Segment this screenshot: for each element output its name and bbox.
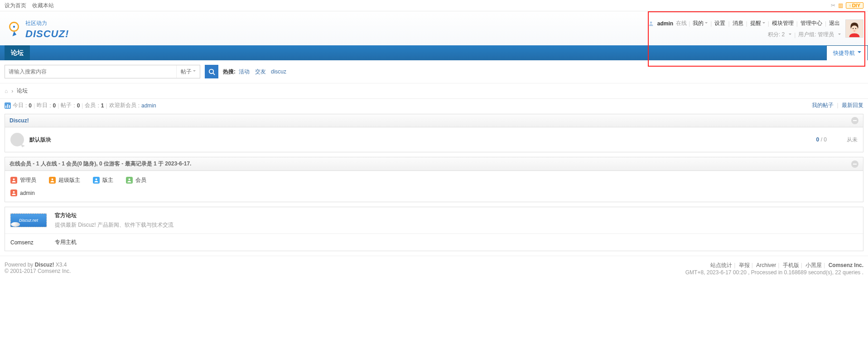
user-panel: admin 在线 | 我的 | 设置 | 消息 | 提醒 | 模块管理 | 管理… xyxy=(648,19,841,39)
svg-point-8 xyxy=(13,178,14,180)
official-forum-link[interactable]: 官方论坛 xyxy=(55,212,77,219)
topbar: 设为首页 收藏本站 ✂ ▥ DIY xyxy=(0,0,868,11)
category-header: Discuz! xyxy=(5,114,863,127)
svg-point-1 xyxy=(13,25,15,27)
online-header: 在线会员 - 1 人在线 - 1 会员(0 隐身), 0 位游客 - 最高记录是… xyxy=(5,157,863,171)
online-user[interactable]: admin xyxy=(10,189,858,196)
person-icon xyxy=(127,178,132,183)
forum-icon xyxy=(10,133,24,146)
official-banner[interactable]: Discuz.net xyxy=(10,214,47,227)
hot-link-3[interactable]: discuz xyxy=(271,68,286,75)
forum-row: 默认版块 0 / 0 从未 xyxy=(5,127,863,152)
user-status: 在线 xyxy=(676,19,687,27)
admin-cp-link[interactable]: 管理中心 xyxy=(800,19,823,27)
points-dropdown[interactable] xyxy=(787,32,791,38)
legend-member: 会员 xyxy=(126,176,146,184)
favorite-link[interactable]: 收藏本站 xyxy=(32,2,54,9)
latest-reply-link[interactable]: 最新回复 xyxy=(842,102,863,108)
diy-button[interactable]: DIY xyxy=(846,2,863,9)
site-stats-link[interactable]: 站点统计 xyxy=(710,262,732,268)
messages-link[interactable]: 消息 xyxy=(732,19,744,27)
dark-room-link[interactable]: 小黑屋 xyxy=(805,262,822,268)
nav-bar: 论坛 快捷导航 xyxy=(0,45,868,60)
links-board: Discuz.net 官方论坛 提供最新 Discuz! 产品新闻、软件下载与技… xyxy=(5,207,863,251)
person-icon xyxy=(11,190,16,195)
stats-row: 今日: 0 | 昨日: 0 | 帖子: 0 | 会员: 1 | 欢迎新会员: a… xyxy=(0,99,868,112)
archiver-link[interactable]: Archiver xyxy=(756,262,776,268)
chart-icon[interactable] xyxy=(5,102,11,109)
host-link[interactable]: 专用主机 xyxy=(55,239,77,245)
quick-nav-button[interactable]: 快捷导航 xyxy=(826,45,868,60)
legend-mod: 版主 xyxy=(93,176,113,184)
home-icon[interactable]: ⌂ xyxy=(5,88,8,94)
report-link[interactable]: 举报 xyxy=(739,262,750,268)
company-link[interactable]: Comsenz Inc. xyxy=(829,262,863,268)
svg-point-5 xyxy=(853,28,854,29)
server-time: GMT+8, 2023-6-17 00:20 , Processed in 0.… xyxy=(685,269,863,276)
copyright: © 2001-2017 Comsenz Inc. xyxy=(5,268,71,274)
forum-name-link[interactable]: 默认版块 xyxy=(29,136,811,144)
collapse-button[interactable] xyxy=(851,117,858,124)
person-icon xyxy=(94,178,99,183)
my-posts-link[interactable]: 我的帖子 xyxy=(812,102,834,108)
search-icon xyxy=(208,68,215,75)
crumb-forum[interactable]: 论坛 xyxy=(17,87,28,95)
online-legend: 管理员 超级版主 版主 会员 xyxy=(5,171,863,189)
link-row-comsenz: Comsenz 专用主机 xyxy=(5,233,863,251)
search-button[interactable] xyxy=(205,65,218,78)
discuz-link[interactable]: Discuz! xyxy=(35,262,54,268)
svg-point-2 xyxy=(650,21,652,24)
logo[interactable]: 社区动力 DISCUZ! xyxy=(5,19,69,40)
footer: Powered by Discuz! X3.4 © 2001-2017 Coms… xyxy=(0,256,868,281)
user-icon xyxy=(648,21,654,26)
settings-link[interactable]: 设置 xyxy=(714,19,726,27)
avatar[interactable] xyxy=(845,19,863,38)
notify-menu[interactable]: 提醒 xyxy=(749,19,766,27)
legend-admin: 管理员 xyxy=(10,176,36,184)
svg-point-10 xyxy=(95,178,97,180)
card-icon[interactable]: ▥ xyxy=(838,2,843,9)
search-row: 帖子 热搜: 活动 交友 discuz xyxy=(0,60,868,83)
welcome-user-link[interactable]: admin xyxy=(141,102,156,109)
hot-link-2[interactable]: 交友 xyxy=(255,68,266,75)
module-mgmt-link[interactable]: 模块管理 xyxy=(771,19,795,27)
link-row-official: Discuz.net 官方论坛 提供最新 Discuz! 产品新闻、软件下载与技… xyxy=(5,207,863,233)
official-desc: 提供最新 Discuz! 产品新闻、软件下载与技术交流 xyxy=(55,221,174,229)
svg-point-12 xyxy=(13,191,14,193)
comsenz-link[interactable]: Comsenz xyxy=(10,239,34,246)
svg-point-7 xyxy=(209,69,213,73)
set-home-link[interactable]: 设为首页 xyxy=(5,2,26,9)
online-board: 在线会员 - 1 人在线 - 1 会员(0 隐身), 0 位游客 - 最高记录是… xyxy=(5,157,863,202)
online-list: admin xyxy=(5,189,863,202)
header: 社区动力 DISCUZ! admin 在线 | 我的 | 设置 | 消息 | 提… xyxy=(0,11,868,45)
logo-en: DISCUZ! xyxy=(25,28,69,39)
my-menu[interactable]: 我的 xyxy=(692,19,709,27)
logo-icon xyxy=(5,20,24,39)
svg-point-11 xyxy=(128,178,130,180)
svg-point-4 xyxy=(851,25,858,32)
search-type-select[interactable]: 帖子 xyxy=(176,65,200,78)
username-link[interactable]: admin xyxy=(656,20,674,27)
forum-stats: 0 / 0 从未 xyxy=(816,136,858,144)
search-box: 帖子 xyxy=(5,65,200,78)
logo-cn: 社区动力 xyxy=(25,19,69,27)
hot-search: 热搜: 活动 交友 discuz xyxy=(223,68,290,76)
category-board: Discuz! 默认版块 0 / 0 从未 xyxy=(5,114,863,152)
nav-forum[interactable]: 论坛 xyxy=(5,45,30,60)
breadcrumb: ⌂ › 论坛 xyxy=(0,83,868,99)
person-icon xyxy=(50,178,55,183)
avatar-icon xyxy=(846,20,863,37)
svg-point-9 xyxy=(51,178,53,180)
person-icon xyxy=(11,178,16,183)
group-dropdown[interactable] xyxy=(837,32,841,38)
search-input[interactable] xyxy=(5,65,176,78)
svg-point-6 xyxy=(855,28,856,29)
mobile-link[interactable]: 手机版 xyxy=(783,262,799,268)
logout-link[interactable]: 退出 xyxy=(828,19,841,27)
scissors-icon[interactable]: ✂ xyxy=(831,2,835,9)
collapse-button[interactable] xyxy=(851,160,858,168)
hot-link-1[interactable]: 活动 xyxy=(239,68,250,75)
category-name[interactable]: Discuz! xyxy=(10,117,29,124)
legend-smod: 超级版主 xyxy=(49,176,80,184)
